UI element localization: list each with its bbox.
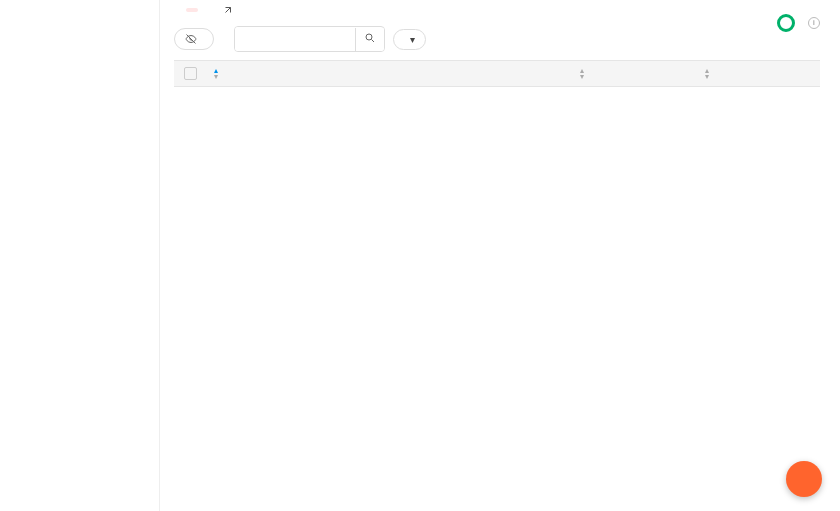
search-button[interactable] <box>355 28 384 51</box>
select-all-checkbox[interactable] <box>184 67 197 80</box>
table-header: ▴▾ ▴▾ ▴▾ <box>174 60 820 87</box>
toolbar: ▾ <box>174 26 820 52</box>
search-icon <box>364 32 376 44</box>
col-page-url[interactable]: ▴▾ <box>206 68 530 80</box>
sidebar <box>0 0 160 511</box>
mode-page-url[interactable] <box>222 35 226 43</box>
hide-icon <box>185 33 197 45</box>
hide-button[interactable] <box>174 28 214 50</box>
sort-icon: ▴▾ <box>705 68 709 80</box>
advanced-filters-button[interactable]: ▾ <box>393 29 426 50</box>
share-icon <box>222 4 234 16</box>
checks-ring-icon <box>777 14 795 32</box>
help-fab[interactable] <box>786 461 822 497</box>
info-icon[interactable]: i <box>808 17 820 29</box>
svg-point-0 <box>366 34 372 40</box>
sort-icon: ▴▾ <box>580 68 584 80</box>
filter-input[interactable] <box>235 27 355 51</box>
main-area: i <box>160 0 840 511</box>
col-http-code[interactable]: ▴▾ <box>530 68 630 80</box>
stats-panel: i <box>777 14 820 32</box>
error-badge <box>186 8 198 12</box>
chevron-down-icon: ▾ <box>410 34 415 45</box>
issue-header: i <box>174 0 820 26</box>
filter-searchbox <box>234 26 385 52</box>
send-to-button[interactable] <box>222 4 238 16</box>
col-discovered[interactable]: ▴▾ <box>630 68 780 80</box>
sort-icon: ▴▾ <box>214 68 218 80</box>
